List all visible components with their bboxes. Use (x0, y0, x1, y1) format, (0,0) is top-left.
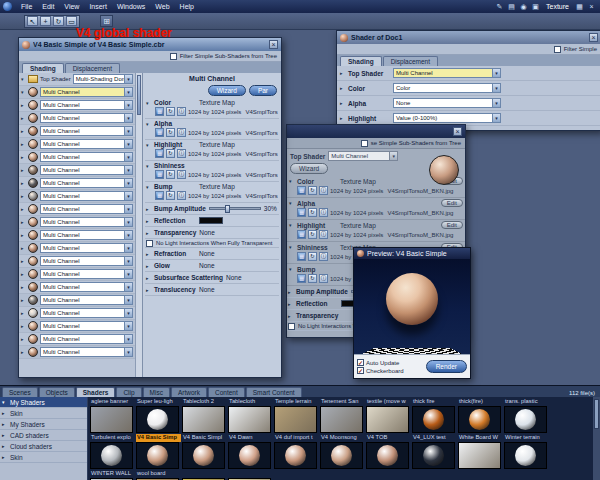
shader-tree-row[interactable]: ▸Multi Channel▾ (19, 203, 135, 216)
collapse-icon[interactable]: ▾ (146, 184, 151, 190)
shader-thumbnail-thick-fire[interactable]: thick fire (412, 398, 457, 433)
sidebar-item-skin[interactable]: ▸Skin (0, 408, 87, 419)
expander-icon[interactable]: ▸ (21, 193, 26, 199)
channel-dropdown[interactable]: None▾ (393, 98, 501, 108)
grid-icon[interactable]: ▦ (575, 3, 584, 11)
info-icon[interactable]: ⓘ (177, 149, 186, 158)
shader-thumbnail-winter-wall[interactable]: WINTER WALL (90, 470, 135, 480)
collapse-icon[interactable]: ▾ (146, 163, 151, 169)
shader-tree-row[interactable]: ▸Multi Channel▾ (19, 216, 135, 229)
shader-thumbnail-textile-move-w[interactable]: textile (move w (366, 398, 411, 433)
expander-icon[interactable]: ▸ (340, 100, 345, 106)
shader-thumbnail-partial[interactable] (182, 470, 227, 480)
shader-type-dropdown[interactable]: Multi Channel▾ (40, 217, 133, 227)
menu-insert[interactable]: Insert (84, 3, 112, 10)
collapse-icon[interactable]: ▸ (288, 313, 293, 319)
doc1-row-color[interactable]: ▸ColorColor▾ (337, 81, 600, 96)
move-icon[interactable]: + (40, 16, 51, 26)
info-icon[interactable]: ⓘ (177, 107, 186, 116)
tab-displacement[interactable]: Displacement (383, 56, 438, 66)
expander-icon[interactable]: ▾ (21, 89, 26, 95)
expander-icon[interactable]: ▸ (21, 167, 26, 173)
channel-dropdown[interactable]: Multi Channel▾ (393, 68, 501, 78)
shader-type-dropdown[interactable]: Multi Channel▾ (40, 347, 133, 357)
shader-tree-row[interactable]: ▸Multi Channel▾ (19, 307, 135, 320)
color-swatch[interactable] (199, 217, 223, 224)
texture-thumb-icon[interactable]: ▦ (297, 252, 306, 261)
browser-tab-content[interactable]: Content (208, 387, 245, 397)
texture-thumb-icon[interactable]: ▦ (297, 208, 306, 217)
shader-tree-row[interactable]: ▸Multi Channel▾ (19, 333, 135, 346)
shader-tree-row[interactable]: ▸Multi Channel▾ (19, 164, 135, 177)
shader-thumbnail-thick-fire[interactable]: thick(fire) (458, 398, 503, 433)
shader-tree-row[interactable]: ▸Multi Channel▾ (19, 229, 135, 242)
collapse-icon[interactable]: ▾ (146, 142, 151, 148)
shader-thumbnail-v4-lux-test[interactable]: V4_LUX test (412, 434, 457, 469)
shader-type-dropdown[interactable]: Multi Channel▾ (40, 139, 133, 149)
preview-titlebar[interactable]: Preview: V4 Basic Simple (354, 248, 470, 259)
reload-icon[interactable]: ↻ (166, 149, 175, 158)
collapse-icon[interactable]: ▸ (146, 287, 151, 293)
shader-thumbnail-v4-basic-simpl[interactable]: V4 Basic Simpl (182, 434, 227, 469)
info-icon[interactable]: ⓘ (177, 170, 186, 179)
shader-type-dropdown[interactable]: Multi Channel▾ (40, 230, 133, 240)
sphere-icon[interactable]: ◉ (519, 3, 528, 11)
shader-tree-row[interactable]: ▸Multi Channel▾ (19, 294, 135, 307)
option-checkbox[interactable] (146, 240, 153, 247)
shader-type-dropdown[interactable]: Multi Channel▾ (40, 178, 133, 188)
reload-icon[interactable]: ↻ (166, 107, 175, 116)
shader-type-dropdown[interactable]: Multi Channel▾ (40, 113, 133, 123)
sidebar-item-my-shaders[interactable]: ▸My Shaders (0, 419, 87, 430)
scale-icon[interactable]: ▭ (66, 16, 77, 26)
shader-tree-row[interactable]: ▸Multi Channel▾ (19, 268, 135, 281)
expander-icon[interactable]: ▸ (21, 115, 26, 121)
collapse-icon[interactable]: ▾ (289, 178, 294, 184)
menu-web[interactable]: Web (150, 3, 174, 10)
channel-dropdown[interactable]: Value (0-100%)▾ (393, 113, 501, 123)
collapse-icon[interactable]: ▸ (146, 218, 151, 224)
shader-type-dropdown[interactable]: Multi Channel▾ (40, 243, 133, 253)
menu-file[interactable]: File (16, 3, 37, 10)
texture-thumb-icon[interactable]: ▦ (297, 274, 306, 283)
browser-tab-misc[interactable]: Misc (143, 387, 170, 397)
collapse-icon[interactable]: ▸ (146, 263, 151, 269)
expander-icon[interactable]: ▾ (21, 76, 26, 82)
sidebar-item-cad-shaders[interactable]: ▸CAD shaders (0, 430, 87, 441)
doc1-row-alpha[interactable]: ▸AlphaNone▾ (337, 96, 600, 111)
shader-thumbnail-aglene-banner[interactable]: aglene banner (90, 398, 135, 433)
texture-thumb-icon[interactable]: ▦ (155, 107, 164, 116)
expander-icon[interactable]: ▸ (21, 336, 26, 342)
edit-button[interactable]: Edit (441, 199, 463, 207)
collapse-icon[interactable]: ▾ (146, 100, 151, 106)
mid-titlebar[interactable]: × (287, 125, 465, 138)
close-icon[interactable]: × (587, 3, 596, 11)
shader-thumbnail-wool-board[interactable]: wool board (136, 470, 181, 480)
collapse-icon[interactable]: ▾ (289, 244, 294, 250)
close-icon[interactable]: × (269, 40, 278, 49)
tab-shading[interactable]: Shading (22, 63, 64, 73)
doc1-row-top-shader[interactable]: ▸Top ShaderMulti Channel▾ (337, 66, 600, 81)
shader-type-dropdown[interactable]: Multi Channel▾ (40, 191, 133, 201)
shader-thumbnail-temple-lerrain[interactable]: Temple lerrain (274, 398, 319, 433)
collapse-icon[interactable]: ▸ (146, 206, 151, 212)
expander-icon[interactable]: ▸ (21, 297, 26, 303)
expander-icon[interactable]: ▸ (21, 102, 26, 108)
browser-tab-smart-content[interactable]: Smart Content (246, 387, 302, 397)
shader-tree-row[interactable]: ▸Multi Channel▾ (19, 242, 135, 255)
expander-icon[interactable]: ▸ (340, 115, 345, 121)
global-shader-dropdown[interactable]: Multi Channel▾ (40, 87, 133, 97)
shader-type-dropdown[interactable]: Multi Channel▾ (40, 152, 133, 162)
sidebar-item-my-shaders[interactable]: ▾My Shaders (0, 397, 87, 408)
tree-scrollbar[interactable] (135, 73, 142, 378)
collapse-icon[interactable]: ▸ (146, 251, 151, 257)
shader-thumbnail-v4-basic-simp[interactable]: V4 Basic Simp (136, 434, 181, 469)
filter-checkbox[interactable] (170, 53, 177, 60)
collapse-icon[interactable]: ▾ (146, 121, 151, 127)
shader-thumbnail-super-leu-ligh[interactable]: Super leu-ligh (136, 398, 181, 433)
auto-update-checkbox[interactable]: ✓ (357, 359, 364, 366)
shader-thumbnail-partial[interactable] (228, 470, 273, 480)
browser-scrollbar[interactable] (593, 397, 600, 480)
shader-type-dropdown[interactable]: Multi Channel▾ (40, 100, 133, 110)
reload-icon[interactable]: ↻ (166, 191, 175, 200)
expander-icon[interactable]: ▸ (21, 349, 26, 355)
